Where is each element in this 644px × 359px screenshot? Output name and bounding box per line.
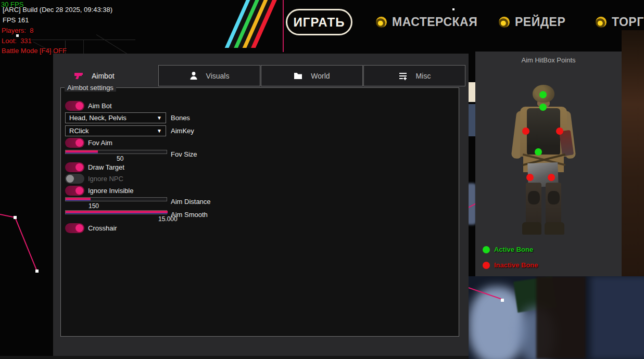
- scrap-coin-icon: [376, 17, 387, 28]
- aim-bot-toggle[interactable]: [65, 101, 84, 111]
- nav-item-label: МАСТЕРСКАЯ: [392, 15, 477, 29]
- nav-item-label: ТОРГО: [612, 15, 644, 29]
- bone-point-right-arm[interactable]: [556, 127, 563, 135]
- aim-smooth-label: Aim Smooth: [171, 211, 208, 219]
- scrap-coin-icon: [596, 17, 607, 28]
- slider-fill: [66, 150, 98, 153]
- legend-active-bone: Active Bone: [483, 246, 533, 253]
- toggle-knob: [75, 163, 83, 171]
- crosshair-label: Crosshair: [88, 224, 117, 232]
- tab-world[interactable]: World: [261, 65, 363, 86]
- model-armor-vest: [527, 108, 560, 156]
- background-blob: [591, 276, 644, 359]
- model-left-knee: [528, 191, 540, 204]
- folder-icon: [294, 72, 302, 80]
- slider-fill: [66, 198, 91, 201]
- play-button[interactable]: ИГРАТЬ: [286, 9, 352, 35]
- nav-item-trade[interactable]: ТОРГО: [596, 15, 644, 29]
- model-left-boot: [522, 222, 541, 235]
- aim-smooth-slider[interactable]: 15.000: [65, 210, 167, 214]
- tab-label: World: [311, 72, 330, 80]
- tab-label: Visuals: [206, 72, 230, 80]
- crosshair-toggle[interactable]: [65, 223, 84, 233]
- esp-dot: [452, 8, 454, 10]
- aim-bot-label: Aim Bot: [88, 102, 112, 110]
- aimkey-dropdown-value: RClick: [69, 127, 89, 135]
- background-building: [469, 82, 476, 102]
- neon-stripes: [218, 0, 285, 48]
- red-dot-icon: [483, 262, 490, 269]
- players-count: Players: 8: [2, 27, 33, 34]
- background-building: [469, 104, 476, 136]
- green-dot-icon: [483, 246, 490, 253]
- esp-dot: [501, 299, 504, 302]
- bones-dropdown-value: Head, Neck, Pelvis: [69, 114, 127, 122]
- group-title: Aimbot settings: [65, 84, 116, 92]
- cheat-menu-panel: Aimbot Visuals World Misc: [53, 54, 469, 356]
- aim-distance-value: 150: [89, 202, 99, 210]
- chevron-down-icon: ▼: [157, 128, 162, 134]
- toggle-knob: [75, 139, 83, 147]
- chevron-down-icon: ▼: [157, 115, 162, 121]
- legend-label: Inactive Bone: [494, 261, 538, 269]
- hitbox-panel: Aim HitBox Points: [475, 52, 622, 276]
- person-icon: [190, 71, 198, 80]
- fov-size-value: 50: [117, 155, 123, 162]
- hitbox-panel-title: Aim HitBox Points: [475, 56, 622, 64]
- neon-lights-decor: [218, 0, 285, 48]
- fov-aim-label: Fov Aim: [88, 139, 112, 147]
- pistol-icon: [74, 72, 83, 80]
- bone-point-pelvis[interactable]: [535, 148, 542, 156]
- model-right-knee: [548, 191, 560, 204]
- model-right-boot: [545, 222, 564, 235]
- toggle-knob: [75, 187, 83, 195]
- background-strip: [0, 356, 469, 359]
- draw-target-toggle[interactable]: [65, 162, 84, 172]
- ignore-npc-toggle[interactable]: [65, 174, 84, 184]
- fps-readout: FPS 161: [3, 16, 29, 24]
- tab-aimbot[interactable]: Aimbot: [74, 65, 115, 86]
- nav-item-workshop[interactable]: МАСТЕРСКАЯ: [376, 15, 477, 29]
- background-rust-wall: [622, 30, 644, 276]
- tab-label: Misc: [416, 72, 431, 80]
- bones-label: Bones: [171, 114, 190, 122]
- legend-label: Active Bone: [494, 246, 533, 253]
- ignore-npc-label: Ignore NPC: [88, 175, 123, 183]
- fov-size-label: Fov Size: [171, 150, 197, 158]
- screen: 30 FPS [ARC] Build (Dec 28 2025, 09:43:3…: [0, 0, 644, 359]
- bones-dropdown[interactable]: Head, Neck, Pelvis ▼: [65, 112, 166, 123]
- background-column: [536, 276, 586, 359]
- sliders-plus-icon: [398, 71, 408, 80]
- bone-point-left-hip[interactable]: [526, 174, 534, 181]
- slider-fill: [66, 211, 168, 214]
- ignore-invisible-label: Ignore Invisible: [88, 187, 133, 195]
- bone-point-head[interactable]: [539, 91, 547, 98]
- loot-count: Loot: 331: [2, 37, 32, 45]
- bone-point-right-hip[interactable]: [548, 174, 555, 181]
- legend-inactive-bone: Inactive Bone: [483, 261, 538, 269]
- tab-misc[interactable]: Misc: [363, 65, 465, 86]
- bone-point-left-arm[interactable]: [522, 127, 529, 135]
- toggle-knob: [66, 175, 74, 183]
- toggle-knob: [75, 224, 83, 232]
- fov-size-slider[interactable]: 50: [65, 150, 167, 154]
- tab-label: Aimbot: [92, 72, 115, 80]
- bone-point-neck[interactable]: [539, 104, 547, 111]
- fov-aim-toggle[interactable]: [65, 138, 84, 148]
- build-info: [ARC] Build (Dec 28 2025, 09:43:38): [3, 6, 112, 14]
- ignore-invisible-toggle[interactable]: [65, 186, 84, 196]
- aim-distance-label: Aim Distance: [171, 198, 211, 206]
- scrap-coin-icon: [499, 17, 510, 28]
- aimbot-settings-group: Aimbot settings Aim Bot Head, Neck, Pelv…: [60, 87, 459, 337]
- esp-tracer-line: [283, 0, 284, 52]
- background-scene: [469, 276, 644, 359]
- aimkey-dropdown[interactable]: RClick ▼: [65, 125, 166, 136]
- aimkey-label: AimKey: [171, 127, 194, 135]
- draw-target-label: Draw Target: [88, 163, 124, 171]
- nav-item-raider[interactable]: РЕЙДЕР: [499, 15, 565, 29]
- aim-distance-slider[interactable]: 150: [65, 197, 167, 201]
- tab-visuals[interactable]: Visuals: [158, 65, 260, 86]
- nav-item-label: РЕЙДЕР: [515, 15, 565, 29]
- toggle-knob: [75, 102, 83, 110]
